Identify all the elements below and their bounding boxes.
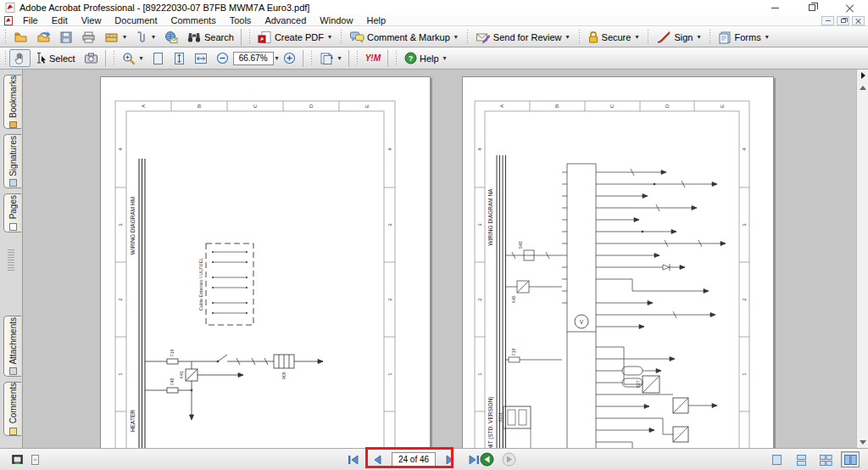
- power-bus-lines: [497, 155, 506, 448]
- zoom-tool-button[interactable]: [118, 49, 147, 67]
- menu-comments[interactable]: Comments: [164, 15, 223, 26]
- next-page-icon: [445, 455, 455, 465]
- zoom-in-button[interactable]: [279, 49, 300, 67]
- panel-resize-grip[interactable]: [8, 249, 14, 271]
- search-button[interactable]: Search: [182, 28, 238, 46]
- sidebar-tab-pages[interactable]: Pages: [3, 193, 21, 232]
- expand-pane-icon: [861, 72, 865, 79]
- menu-tools[interactable]: Tools: [223, 15, 259, 26]
- secure-button[interactable]: Secure: [583, 28, 643, 46]
- help-label: Help: [420, 53, 439, 64]
- cable-extension-label: Cable Extensio \ ULFUEL: [198, 258, 203, 311]
- page-display-icon: [320, 52, 334, 65]
- zoom-level-dropdown[interactable]: [274, 54, 279, 62]
- open-folder-icon: [14, 31, 28, 44]
- forms-button[interactable]: Forms: [714, 28, 772, 46]
- email-button[interactable]: [159, 28, 182, 46]
- section-heater: HEATER: [130, 410, 136, 432]
- doc-close-button[interactable]: [852, 16, 865, 25]
- svg-text:F19: F19: [170, 349, 175, 356]
- help-button[interactable]: ? Help: [400, 49, 451, 67]
- panel-expand-button[interactable]: [857, 70, 868, 81]
- sign-button[interactable]: Sign: [652, 28, 704, 46]
- menu-window[interactable]: Window: [313, 15, 359, 26]
- svg-text:2: 2: [118, 298, 123, 301]
- print-icon: [81, 31, 96, 44]
- facing-pages-button[interactable]: [841, 451, 860, 467]
- wiring-diagram-hm: A B C D E 4 3 2 1 4 3 2 1 WIRING DI: [101, 77, 431, 448]
- vertical-scrollbar[interactable]: [856, 70, 868, 448]
- minimize-button[interactable]: [756, 0, 793, 15]
- open-organizer-button[interactable]: [32, 28, 55, 46]
- fit-page-button[interactable]: [169, 49, 190, 67]
- screen-mode-icon[interactable]: [12, 455, 23, 465]
- svg-text:3: 3: [387, 223, 392, 227]
- create-pdf-button[interactable]: Create PDF: [253, 28, 336, 46]
- first-page-button[interactable]: [344, 451, 363, 467]
- sidebar-tab-signatures[interactable]: Signatures: [3, 134, 21, 188]
- comment-markup-button[interactable]: Comment & Markup: [345, 28, 462, 46]
- restore-button[interactable]: [793, 0, 831, 15]
- snapshot-button[interactable]: [80, 49, 103, 67]
- forms-icon: [718, 31, 732, 44]
- component-labels: F19 F48 K41 R09: [170, 349, 287, 385]
- sidebar-tab-attachments[interactable]: Attachments: [3, 316, 21, 377]
- first-page-icon: [348, 455, 359, 465]
- hand-tool-button[interactable]: [9, 49, 31, 67]
- previous-page-button[interactable]: [368, 451, 387, 467]
- send-review-envelope-icon: [476, 31, 491, 44]
- continuous-page-button[interactable]: [792, 451, 810, 467]
- zone-labels: A B C D E 4 3 2 1 4 3 2 1: [118, 104, 392, 376]
- sidebar-tab-comments[interactable]: Comments: [3, 382, 21, 436]
- single-page-button[interactable]: [767, 451, 786, 467]
- menu-advanced[interactable]: Advanced: [258, 15, 313, 26]
- open-button[interactable]: [9, 28, 32, 46]
- pdf-page-left[interactable]: A B C D E 4 3 2 1 4 3 2 1 WIRING DI: [100, 76, 431, 448]
- menu-document[interactable]: Document: [108, 15, 164, 26]
- doc-minimize-button[interactable]: [821, 16, 834, 25]
- svg-text:E: E: [720, 104, 725, 108]
- page-size-icon[interactable]: [30, 455, 41, 465]
- next-view-button[interactable]: [502, 452, 516, 467]
- view-history: [480, 452, 516, 467]
- svg-text:D: D: [309, 104, 314, 108]
- menu-file[interactable]: File: [16, 15, 45, 26]
- save-button[interactable]: [55, 28, 77, 46]
- document-area[interactable]: A B C D E 4 3 2 1 4 3 2 1 WIRING DI: [24, 70, 856, 448]
- organizer-button[interactable]: [100, 28, 131, 46]
- yahoo-toolbar-button[interactable]: Y!M: [361, 49, 385, 67]
- connector-s151-label: S151: [498, 412, 503, 422]
- close-button[interactable]: [831, 0, 868, 15]
- svg-text:K41: K41: [179, 371, 184, 378]
- menu-edit[interactable]: Edit: [45, 15, 75, 26]
- pdf-doc-icon: [4, 16, 13, 25]
- attachments-tab-label: Attachments: [8, 317, 18, 365]
- print-button[interactable]: [77, 28, 100, 46]
- scroll-up-button[interactable]: [857, 81, 868, 93]
- doc-restore-button[interactable]: [837, 16, 849, 25]
- svg-text:3: 3: [477, 223, 482, 227]
- actual-size-button[interactable]: [147, 49, 169, 67]
- page-number-input[interactable]: [392, 452, 436, 467]
- attach-button[interactable]: [131, 28, 159, 46]
- menu-help[interactable]: Help: [359, 15, 392, 26]
- select-tool-button[interactable]: Select: [31, 49, 80, 67]
- toolbar-grip: [309, 51, 314, 66]
- continuous-facing-button[interactable]: [816, 451, 835, 467]
- send-for-review-button[interactable]: Send for Review: [471, 28, 574, 46]
- previous-view-button[interactable]: [480, 452, 494, 467]
- sidebar-tab-bookmarks[interactable]: Bookmarks: [3, 75, 21, 129]
- zoom-out-button[interactable]: [212, 49, 233, 67]
- separator: [105, 50, 106, 67]
- next-page-button[interactable]: [441, 451, 459, 467]
- pdf-page-right[interactable]: A B C D E 4 3 2 1 4 3 2 1 WIRING DI: [462, 76, 774, 448]
- switch-s43-label: S43: [518, 241, 523, 249]
- power-bus-lines: [139, 159, 145, 448]
- fit-width-button[interactable]: [190, 49, 212, 67]
- menu-view[interactable]: View: [75, 15, 108, 26]
- zoom-level-input[interactable]: [233, 52, 274, 65]
- page-display-button[interactable]: [315, 49, 346, 67]
- forms-label: Forms: [734, 32, 760, 42]
- continuous-page-icon: [796, 454, 807, 466]
- toolbar-grip: [112, 51, 116, 66]
